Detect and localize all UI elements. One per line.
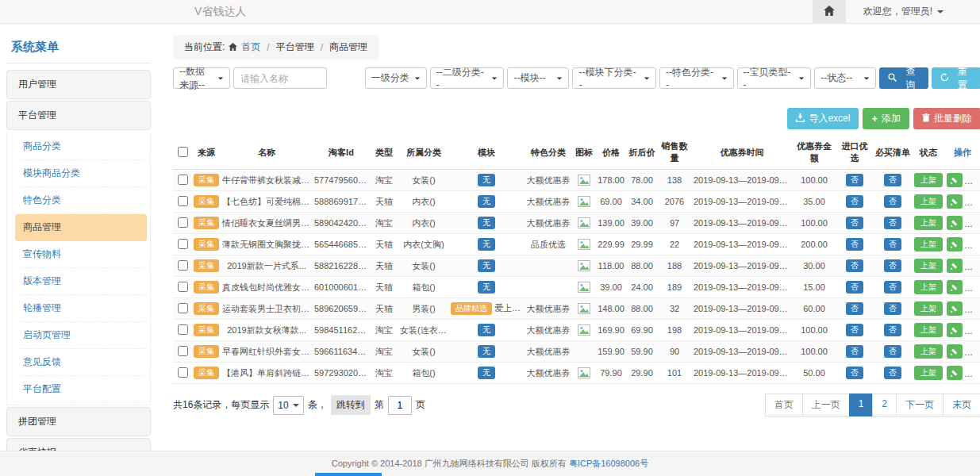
must-buy-badge[interactable]: 否 <box>884 259 901 272</box>
sidebar-sub-item[interactable]: 意见反馈 <box>15 349 147 376</box>
import-select-badge[interactable]: 否 <box>846 302 863 315</box>
page-button[interactable]: 上一页 <box>802 393 850 416</box>
status-badge[interactable]: 上架 <box>914 344 943 359</box>
data-source-select[interactable]: --数据来源-- <box>173 67 230 89</box>
sidebar-sub-item[interactable]: 特色分类 <box>15 187 147 214</box>
import-select-badge[interactable]: 否 <box>846 195 863 208</box>
row-checkbox[interactable] <box>178 367 188 378</box>
must-buy-badge[interactable]: 否 <box>884 238 901 251</box>
sidebar-group-item[interactable]: 省惠快报 <box>6 438 151 451</box>
sidebar-sub-item[interactable]: 版本管理 <box>15 268 147 295</box>
reset-button[interactable]: 重置 <box>932 67 980 89</box>
status-badge[interactable]: 上架 <box>914 237 943 251</box>
row-checkbox[interactable] <box>178 303 188 313</box>
row-checkbox[interactable] <box>178 175 188 185</box>
sidebar-sub-item[interactable]: 宣传物料 <box>15 241 147 268</box>
must-buy-badge[interactable]: 否 <box>884 302 901 315</box>
column-header: 来源 <box>192 136 221 170</box>
status-badge[interactable]: 上架 <box>914 259 943 273</box>
edit-button[interactable] <box>947 280 963 294</box>
import-select-badge[interactable]: 否 <box>846 324 863 336</box>
import-select-badge[interactable]: 否 <box>846 259 863 272</box>
filter-select[interactable]: 一级分类 <box>365 67 427 89</box>
status-badge[interactable]: 上架 <box>914 194 943 209</box>
row-checkbox[interactable] <box>178 239 188 249</box>
search-button[interactable]: 查询 <box>879 67 928 89</box>
page-button[interactable]: 1 <box>849 393 874 416</box>
filter-select[interactable]: --状态-- <box>814 67 876 89</box>
name-search-input[interactable] <box>233 67 327 89</box>
edit-button[interactable] <box>947 216 963 230</box>
status-badge[interactable]: 上架 <box>914 173 943 187</box>
sidebar-sub-item[interactable]: 模块商品分类 <box>15 160 147 187</box>
plus-icon: + <box>871 113 878 125</box>
must-buy-badge[interactable]: 否 <box>884 367 901 379</box>
import-select-badge[interactable]: 否 <box>846 174 863 186</box>
edit-button[interactable] <box>947 259 963 273</box>
shop-type: 天猫 <box>370 277 398 298</box>
edit-button[interactable] <box>947 366 963 380</box>
import-excel-button[interactable]: 导入excel <box>787 108 859 129</box>
sidebar-sub-item[interactable]: 轮播管理 <box>15 295 147 322</box>
import-select-badge[interactable]: 否 <box>846 238 863 251</box>
sidebar-sub-item[interactable]: 启动页管理 <box>15 322 147 349</box>
row-checkbox[interactable] <box>178 282 188 292</box>
filter-select[interactable]: --特色分类-- <box>659 67 734 89</box>
status-badge[interactable]: 上架 <box>914 323 943 337</box>
sidebar-sub-item[interactable]: 商品管理 <box>15 214 147 241</box>
edit-button[interactable] <box>947 323 963 337</box>
page-button[interactable]: 下一页 <box>896 393 943 416</box>
filter-select[interactable]: --模块-- <box>507 67 569 89</box>
page-button[interactable]: 首页 <box>765 393 803 416</box>
must-buy-badge[interactable]: 否 <box>884 345 901 358</box>
row-checkbox[interactable] <box>178 260 188 271</box>
sidebar-sub-item[interactable]: 平台配置 <box>15 376 147 403</box>
coupon-amount: 15.00 <box>792 277 836 298</box>
filter-select[interactable]: --模块下分类-- <box>572 67 656 89</box>
sidebar-group-item[interactable]: 平台管理 <box>6 101 151 130</box>
must-buy-badge[interactable]: 否 <box>884 324 901 336</box>
icp-link[interactable]: 粤ICP备16098006号 <box>569 458 648 470</box>
edit-button[interactable] <box>947 194 963 209</box>
per-page-select[interactable]: 10 <box>273 396 303 415</box>
edit-button[interactable] <box>947 237 963 251</box>
import-select-badge[interactable]: 否 <box>846 345 863 358</box>
user-menu[interactable]: 欢迎您，管理员! <box>846 5 980 18</box>
select-all-checkbox[interactable] <box>178 147 188 157</box>
row-checkbox[interactable] <box>178 196 188 206</box>
page-button[interactable]: 末页 <box>943 393 980 416</box>
import-select-badge[interactable]: 否 <box>846 367 863 379</box>
sidebar-group-item[interactable]: 拼团管理 <box>6 407 151 436</box>
edit-button[interactable] <box>947 344 963 359</box>
must-buy-badge[interactable]: 否 <box>884 217 901 229</box>
row-checkbox[interactable] <box>178 217 188 228</box>
page-button[interactable]: 2 <box>872 393 897 416</box>
horizontal-scrollbar-thumb[interactable] <box>315 473 382 476</box>
edit-button[interactable] <box>947 173 963 187</box>
home-button[interactable] <box>813 0 846 23</box>
breadcrumb-home-link[interactable]: 首页 <box>241 40 260 54</box>
import-select-badge[interactable]: 否 <box>846 217 863 229</box>
row-checkbox[interactable] <box>178 346 188 356</box>
discount-price: 29.99 <box>627 234 657 255</box>
must-buy-badge[interactable]: 否 <box>884 281 901 294</box>
jump-button[interactable]: 跳转到 <box>331 395 371 415</box>
row-checkbox[interactable] <box>178 324 188 335</box>
must-buy-badge[interactable]: 否 <box>884 174 901 186</box>
import-select-cell: 否 <box>836 170 873 191</box>
filter-select[interactable]: --二级分类-- <box>430 67 505 89</box>
batch-delete-button[interactable]: 批量删除 <box>913 108 980 129</box>
status-badge[interactable]: 上架 <box>914 280 943 294</box>
status-badge[interactable]: 上架 <box>914 366 943 380</box>
sidebar-group-item[interactable]: 用户管理 <box>6 70 151 99</box>
sidebar-sub-item[interactable]: 商品分类 <box>15 133 147 160</box>
filter-select[interactable]: --宝贝类型-- <box>737 67 812 89</box>
import-select-badge[interactable]: 否 <box>846 281 863 294</box>
status-badge[interactable]: 上架 <box>914 301 943 316</box>
edit-button[interactable] <box>947 301 963 316</box>
add-button[interactable]: + 添加 <box>863 108 909 129</box>
chevron-down-icon <box>721 77 726 79</box>
status-badge[interactable]: 上架 <box>914 216 943 230</box>
page-number-input[interactable] <box>388 396 412 415</box>
must-buy-badge[interactable]: 否 <box>884 195 901 208</box>
